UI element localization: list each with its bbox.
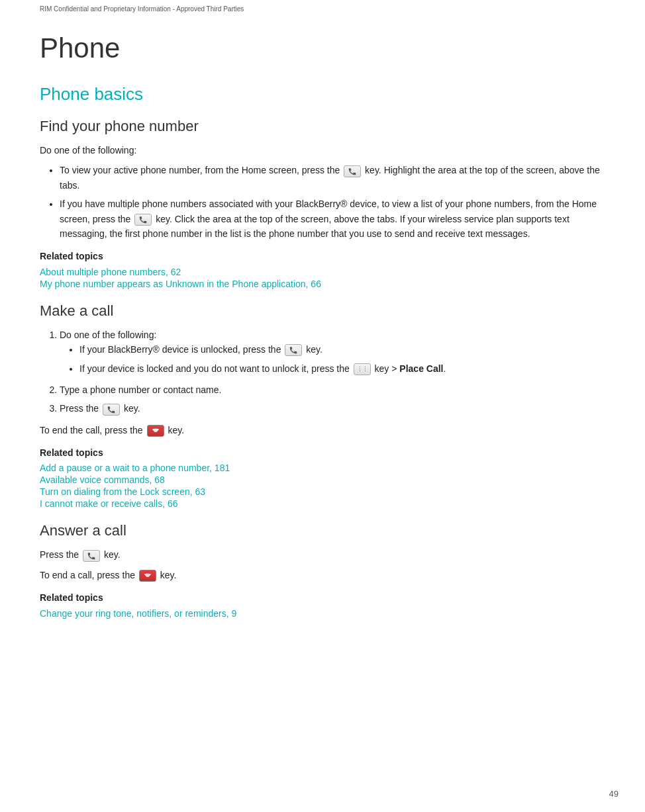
make-call-steps: Do one of the following: If your BlackBe… xyxy=(60,328,605,416)
call-key-icon-2 xyxy=(134,214,152,226)
make-call-step-3: Press the key. xyxy=(60,401,605,416)
call-key-icon-5 xyxy=(83,550,100,562)
find-phone-related-label: Related topics xyxy=(40,249,605,263)
find-phone-link-2[interactable]: My phone number appears as Unknown in th… xyxy=(40,279,605,289)
make-call-link-1[interactable]: Add a pause or a wait to a phone number,… xyxy=(40,463,605,473)
find-phone-bullet-2: If you have multiple phone numbers assoc… xyxy=(60,197,605,241)
call-key-icon-1 xyxy=(344,165,361,177)
make-call-bullet-1: If your BlackBerry® device is unlocked, … xyxy=(79,342,605,357)
place-call-text: Place Call xyxy=(399,363,443,374)
make-call-step-1-bullets: If your BlackBerry® device is unlocked, … xyxy=(79,342,605,376)
make-call-related-label: Related topics xyxy=(40,445,605,460)
find-phone-bullets: To view your active phone number, from t… xyxy=(60,163,605,241)
answer-call-related-label: Related topics xyxy=(40,590,605,605)
end-key-icon-1 xyxy=(147,425,164,437)
make-call-link-2[interactable]: Available voice commands, 68 xyxy=(40,474,605,485)
make-call-bullet-2: If your device is locked and you do not … xyxy=(79,361,605,376)
find-phone-intro: Do one of the following: xyxy=(40,143,605,158)
answer-call-end: To end a call, press the key. xyxy=(40,568,605,582)
call-key-icon-4 xyxy=(103,404,120,416)
page-number: 49 xyxy=(609,789,619,799)
menu-key-icon-1: ⋮⋮ xyxy=(354,363,371,375)
find-phone-link-1[interactable]: About multiple phone numbers, 62 xyxy=(40,267,605,277)
top-bar: RIM Confidential and Proprietary Informa… xyxy=(40,5,605,13)
call-key-icon-3 xyxy=(285,344,302,356)
make-call-end: To end the call, press the key. xyxy=(40,423,605,437)
answer-call-link-1[interactable]: Change your ring tone, notifiers, or rem… xyxy=(40,608,605,619)
make-call-link-4[interactable]: I cannot make or receive calls, 66 xyxy=(40,498,605,509)
make-call-step-2: Type a phone number or contact name. xyxy=(60,383,605,397)
end-key-icon-2 xyxy=(139,570,156,582)
section-title: Phone basics xyxy=(40,84,605,105)
top-bar-text: RIM Confidential and Proprietary Informa… xyxy=(40,5,244,13)
page-title: Phone xyxy=(40,32,605,64)
answer-call-press: Press the key. xyxy=(40,547,605,562)
make-call-link-3[interactable]: Turn on dialing from the Lock screen, 63 xyxy=(40,486,605,497)
find-phone-bullet-1: To view your active phone number, from t… xyxy=(60,163,605,193)
find-phone-title: Find your phone number xyxy=(40,118,605,135)
make-call-step-1: Do one of the following: If your BlackBe… xyxy=(60,328,605,376)
make-call-title: Make a call xyxy=(40,302,605,320)
answer-call-title: Answer a call xyxy=(40,522,605,539)
